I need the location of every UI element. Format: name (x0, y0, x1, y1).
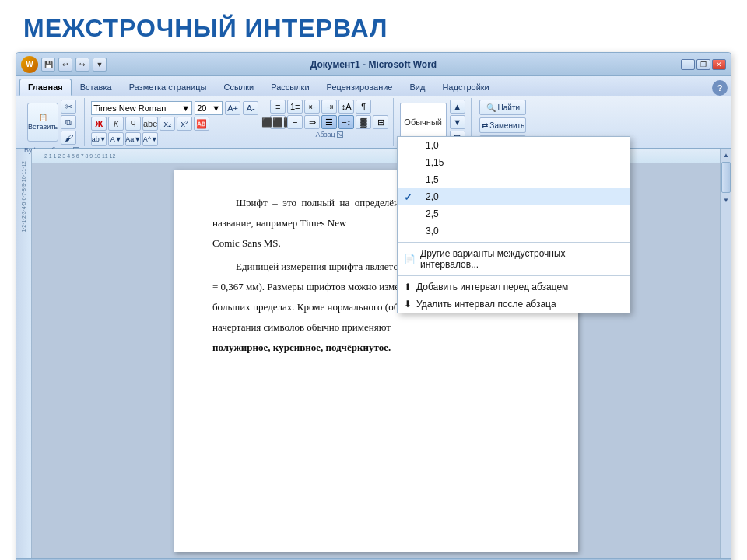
para-row2: ⬛⬛⬛ ≡ ⇒ ☰ ≡↕ ▓ ⊞ (270, 115, 388, 129)
save-button[interactable]: 💾 (41, 58, 55, 72)
paragraph-group: ≡ 1≡ ⇤ ⇥ ↕A ¶ ⬛⬛⬛ ≡ ⇒ ☰ ≡↕ ▓ ⊞ (265, 98, 394, 146)
paragraph-5: начертания символов обычно применяют (212, 317, 539, 338)
spacing-1-0[interactable]: 1,0 (398, 137, 630, 154)
spacing-1-5[interactable]: 1,5 (398, 171, 630, 188)
para-expand[interactable]: ↘ (337, 131, 343, 138)
clipboard-content: 📋 Вставить ✂ ⧉ 🖌 (27, 100, 76, 145)
style-up-button[interactable]: ▲ (450, 100, 465, 114)
align-center-button[interactable]: ≡ (287, 115, 303, 129)
font-row1: Times New Roman ▼ 20 ▼ A+ A- (91, 101, 258, 115)
window-controls: ─ ❐ ✕ (681, 59, 726, 70)
remove-after-option[interactable]: ⬇ Удалить интервал после абзаца (398, 296, 630, 313)
tab-addins[interactable]: Надстройки (433, 79, 497, 96)
document-title: Документ1 - Microsoft Word (310, 59, 437, 70)
replace-button[interactable]: ⇄ Заменить (479, 117, 526, 133)
subscript-button[interactable]: x₂ (160, 117, 175, 131)
cut-button[interactable]: ✂ (61, 100, 76, 114)
redo-button[interactable]: ↪ (75, 58, 89, 72)
pilcrow-button[interactable]: ¶ (356, 100, 371, 114)
tab-references[interactable]: Ссылки (215, 79, 262, 96)
sort-button[interactable]: ↕A (338, 100, 354, 114)
font-controls: Times New Roman ▼ 20 ▼ A+ A- Ж К Ч abe x… (89, 100, 260, 148)
title-bar-left: W 💾 ↩ ↪ ▼ (21, 56, 107, 73)
page-title: МЕЖСТРОЧНЫЙ ИНТЕРВАЛ (0, 0, 747, 52)
restore-button[interactable]: ❐ (696, 59, 710, 70)
para-row1: ≡ 1≡ ⇤ ⇥ ↕A ¶ (270, 100, 388, 114)
align-right-button[interactable]: ⇒ (304, 115, 320, 129)
other-spacing-option[interactable]: 📄 Другие варианты междустрочных интервал… (398, 245, 630, 273)
paragraph-6: полужирное, курсивное, подчёркнутое. (212, 338, 539, 358)
scroll-thumb[interactable] (721, 162, 731, 193)
undo-button[interactable]: ↩ (58, 58, 72, 72)
text-effects-button[interactable]: Aa▼ (125, 132, 141, 146)
numbering-button[interactable]: 1≡ (287, 100, 303, 114)
clear-format-button[interactable]: 🆎 (194, 117, 209, 131)
tab-layout[interactable]: Разметка страницы (121, 79, 216, 96)
paste-icon: 📋 (39, 114, 47, 121)
title-bar: W 💾 ↩ ↪ ▼ Документ1 - Microsoft Word ─ ❐… (16, 53, 731, 76)
font-name-select[interactable]: Times New Roman ▼ (91, 101, 192, 115)
scrollbar-vertical: ▲ ▼ (720, 149, 731, 558)
font-size-select[interactable]: 20 ▼ (195, 101, 223, 115)
spacing-2-0[interactable]: 2,0 (398, 188, 630, 205)
italic-button[interactable]: К (108, 117, 124, 131)
customize-button[interactable]: ▼ (93, 58, 107, 72)
paste-button[interactable]: 📋 Вставить (27, 103, 58, 142)
menu-divider-2 (398, 275, 630, 276)
minimize-button[interactable]: ─ (681, 59, 695, 70)
ruler-left: ·1·2·1·2·3·4·5·6·7·8·9·10·11·12 (16, 149, 32, 558)
format-paint-button[interactable]: 🖌 (61, 131, 76, 145)
outdent-button[interactable]: ⇤ (304, 100, 320, 114)
tab-review[interactable]: Рецензирование (318, 79, 402, 96)
highlight-button[interactable]: ab▼ (91, 132, 107, 146)
spacing-3-0[interactable]: 3,0 (398, 222, 630, 240)
scroll-up-button[interactable]: ▲ (721, 149, 731, 160)
line-spacing-dropdown: 1,0 1,15 1,5 2,0 2,5 3,0 📄 Другие вариан… (397, 136, 630, 313)
increase-font-button[interactable]: A+ (225, 101, 240, 115)
size-arrow: ▼ (212, 103, 220, 113)
remove-after-icon: ⬇ (404, 299, 412, 310)
superscript-button[interactable]: x² (177, 117, 192, 131)
ribbon-tabs: Главная Вставка Разметка страницы Ссылки… (16, 76, 731, 96)
help-button[interactable]: ? (712, 80, 728, 96)
align-left-button[interactable]: ⬛⬛⬛ (270, 115, 286, 129)
other-spacing-icon: 📄 (404, 254, 416, 264)
para-controls: ≡ 1≡ ⇤ ⇥ ↕A ¶ ⬛⬛⬛ ≡ ⇒ ☰ ≡↕ ▓ ⊞ (270, 100, 388, 129)
strikethrough-button[interactable]: abe (142, 117, 158, 131)
font-row2: Ж К Ч abe x₂ x² 🆎 (91, 117, 258, 131)
tab-mailings[interactable]: Рассылки (262, 79, 317, 96)
copy-button[interactable]: ⧉ (61, 115, 76, 129)
office-button[interactable]: W (21, 56, 38, 73)
close-button[interactable]: ✕ (712, 59, 726, 70)
paragraph-label: Абзац ↘ (316, 131, 343, 138)
scroll-down-button[interactable]: ▼ (721, 194, 731, 205)
spacing-1-15[interactable]: 1,15 (398, 154, 630, 171)
bold-button[interactable]: Ж (91, 117, 107, 131)
borders-button[interactable]: ⊞ (373, 115, 388, 129)
case-button[interactable]: Aᴬ▼ (142, 132, 158, 146)
line-spacing-button[interactable]: ≡↕ (338, 115, 354, 129)
bullets-button[interactable]: ≡ (270, 100, 286, 114)
shading-button[interactable]: ▓ (356, 115, 371, 129)
font-group: Times New Roman ▼ 20 ▼ A+ A- Ж К Ч abe x… (85, 98, 265, 146)
menu-divider-1 (398, 242, 630, 243)
find-button[interactable]: 🔍 Найти (479, 100, 526, 115)
add-before-icon: ⬆ (404, 282, 412, 292)
font-select-arrow: ▼ (181, 103, 190, 113)
underline-button[interactable]: Ч (125, 117, 141, 131)
font-color-button[interactable]: A▼ (108, 132, 124, 146)
indent-button[interactable]: ⇥ (321, 100, 337, 114)
clipboard-group: 📋 Вставить ✂ ⧉ 🖌 Буфер обмена ↘ (19, 98, 85, 146)
align-justify-button[interactable]: ☰ (321, 115, 337, 129)
font-row3: ab▼ A▼ Aa▼ Aᴬ▼ (91, 132, 258, 146)
paste-label: Вставить (28, 123, 58, 131)
add-before-option[interactable]: ⬆ Добавить интервал перед абзацем (398, 278, 630, 296)
decrease-font-button[interactable]: A- (243, 101, 258, 115)
tab-home[interactable]: Главная (19, 79, 72, 96)
bold-text: полужирное, курсивное, подчёркнутое. (212, 341, 391, 353)
spacing-2-5[interactable]: 2,5 (398, 205, 630, 222)
tab-view[interactable]: Вид (402, 79, 434, 96)
style-down-button[interactable]: ▼ (450, 115, 465, 129)
tab-insert[interactable]: Вставка (72, 79, 121, 96)
